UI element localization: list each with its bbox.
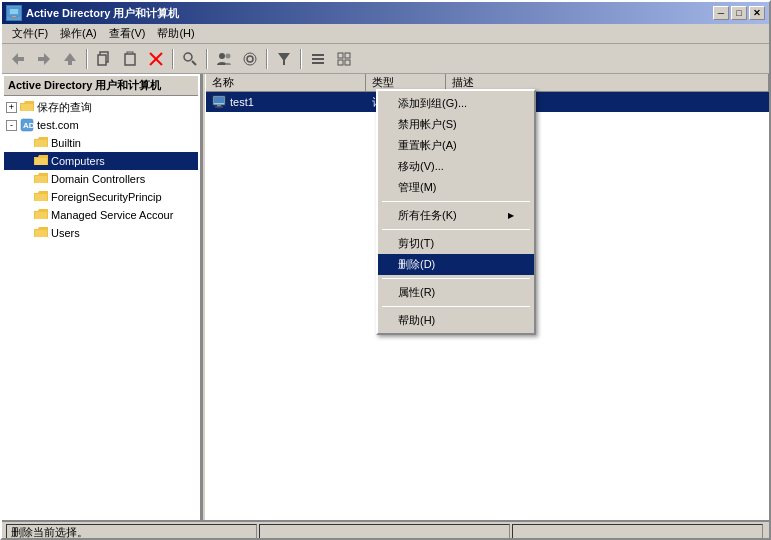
list-button[interactable] — [306, 48, 330, 70]
status-section-2 — [259, 524, 510, 540]
details-button[interactable] — [332, 48, 356, 70]
tree-label-msa: Managed Service Accour — [51, 209, 173, 221]
svg-point-15 — [219, 53, 225, 59]
paste-button[interactable] — [118, 48, 142, 70]
tree-item-dc[interactable]: Domain Controllers — [4, 170, 198, 188]
menu-help[interactable]: 帮助(H) — [151, 24, 200, 43]
tree-label-computers: Computers — [51, 155, 105, 167]
forward-button[interactable] — [32, 48, 56, 70]
ctx-add-to-group[interactable]: 添加到组(G)... — [378, 93, 534, 114]
svg-rect-22 — [312, 62, 324, 64]
col-header-name[interactable]: 名称 — [206, 74, 366, 91]
tree-item-computers[interactable]: Computers — [4, 152, 198, 170]
tree-item-saved-queries[interactable]: + 保存的查询 — [4, 98, 198, 116]
submenu-arrow: ▶ — [508, 211, 514, 220]
ctx-properties[interactable]: 属性(R) — [378, 282, 534, 303]
up-button[interactable] — [58, 48, 82, 70]
tree-header: Active Directory 用户和计算机 — [4, 76, 198, 96]
toolbar-sep-4 — [266, 49, 268, 69]
expand-fsp[interactable] — [20, 189, 31, 205]
folder-icon-dc — [33, 171, 49, 187]
tree-label-fsp: ForeignSecurityPrincip — [51, 191, 162, 203]
folder-icon-users — [33, 225, 49, 241]
main-window: Active Directory 用户和计算机 ─ □ ✕ 文件(F) 操作(A… — [0, 0, 771, 540]
toolbar-sep-1 — [86, 49, 88, 69]
ctx-delete[interactable]: 删除(D) — [378, 254, 534, 275]
back-button[interactable] — [6, 48, 30, 70]
status-text: 删除当前选择。 — [6, 524, 257, 540]
svg-rect-20 — [312, 54, 324, 56]
svg-marker-4 — [12, 53, 24, 65]
expand-dc[interactable] — [20, 171, 31, 187]
ctx-help[interactable]: 帮助(H) — [378, 310, 534, 331]
svg-rect-8 — [98, 55, 106, 65]
svg-rect-2 — [12, 16, 16, 17]
svg-rect-21 — [312, 58, 324, 60]
search-button[interactable] — [178, 48, 202, 70]
ctx-reset-account[interactable]: 重置帐户(A) — [378, 135, 534, 156]
svg-rect-10 — [125, 54, 135, 65]
ctx-cut[interactable]: 剪切(T) — [378, 233, 534, 254]
svg-point-13 — [184, 53, 192, 61]
svg-point-17 — [247, 56, 253, 62]
expand-icon[interactable]: + — [6, 102, 17, 113]
svg-rect-1 — [10, 9, 18, 14]
svg-rect-31 — [217, 105, 221, 107]
folder-icon — [19, 99, 35, 115]
computer-item-icon — [212, 95, 226, 109]
domain-icon: AD — [19, 117, 35, 133]
title-bar: Active Directory 用户和计算机 ─ □ ✕ — [2, 2, 769, 24]
expand-builtin[interactable] — [20, 135, 31, 151]
tree-label-dc: Domain Controllers — [51, 173, 145, 185]
status-bar: 删除当前选择。 — [2, 520, 769, 540]
window-title: Active Directory 用户和计算机 — [26, 6, 179, 21]
ctx-move[interactable]: 移动(V)... — [378, 156, 534, 177]
expand-msa[interactable] — [20, 207, 31, 223]
svg-marker-19 — [278, 53, 290, 65]
menu-view[interactable]: 查看(V) — [103, 24, 152, 43]
expand-computers[interactable] — [20, 153, 31, 169]
minimize-button[interactable]: ─ — [713, 6, 729, 20]
menu-action[interactable]: 操作(A) — [54, 24, 103, 43]
ctx-manage[interactable]: 管理(M) — [378, 177, 534, 198]
tree-item-msa[interactable]: Managed Service Accour — [4, 206, 198, 224]
svg-rect-30 — [214, 97, 224, 103]
toolbar-sep-3 — [206, 49, 208, 69]
svg-rect-3 — [10, 17, 18, 18]
title-bar-left: Active Directory 用户和计算机 — [6, 5, 179, 21]
tree-item-fsp[interactable]: ForeignSecurityPrincip — [4, 188, 198, 206]
toolbar-sep-2 — [172, 49, 174, 69]
menu-file[interactable]: 文件(F) — [6, 24, 54, 43]
toolbar — [2, 44, 769, 74]
filter-button[interactable] — [272, 48, 296, 70]
users-button[interactable] — [212, 48, 236, 70]
svg-point-16 — [226, 53, 231, 58]
folder-icon-computers — [33, 153, 49, 169]
ctx-sep-2 — [382, 229, 530, 230]
tree-item-users[interactable]: Users — [4, 224, 198, 242]
copy-button[interactable] — [92, 48, 116, 70]
app-icon — [6, 5, 22, 21]
expand-icon-testcom[interactable]: - — [6, 120, 17, 131]
folder-icon-msa — [33, 207, 49, 223]
tree-item-testcom[interactable]: - AD test.com — [4, 116, 198, 134]
svg-rect-23 — [338, 53, 343, 58]
menu-bar: 文件(F) 操作(A) 查看(V) 帮助(H) — [2, 24, 769, 44]
ctx-sep-1 — [382, 201, 530, 202]
ctx-disable-account[interactable]: 禁用帐户(S) — [378, 114, 534, 135]
folder-icon-fsp — [33, 189, 49, 205]
tree-item-builtin[interactable]: Builtin — [4, 134, 198, 152]
settings-button[interactable] — [238, 48, 262, 70]
cell-name: test1 — [206, 94, 366, 110]
close-button[interactable]: ✕ — [749, 6, 765, 20]
tree-label-saved-queries: 保存的查询 — [37, 100, 92, 115]
svg-rect-25 — [338, 60, 343, 65]
expand-users[interactable] — [20, 225, 31, 241]
tree-label-builtin: Builtin — [51, 137, 81, 149]
svg-line-14 — [192, 61, 196, 65]
maximize-button[interactable]: □ — [731, 6, 747, 20]
tree-panel: Active Directory 用户和计算机 + 保存的查询 - AD tes… — [2, 74, 202, 520]
ctx-all-tasks[interactable]: 所有任务(K) ▶ — [378, 205, 534, 226]
ctx-sep-4 — [382, 306, 530, 307]
delete-button[interactable] — [144, 48, 168, 70]
